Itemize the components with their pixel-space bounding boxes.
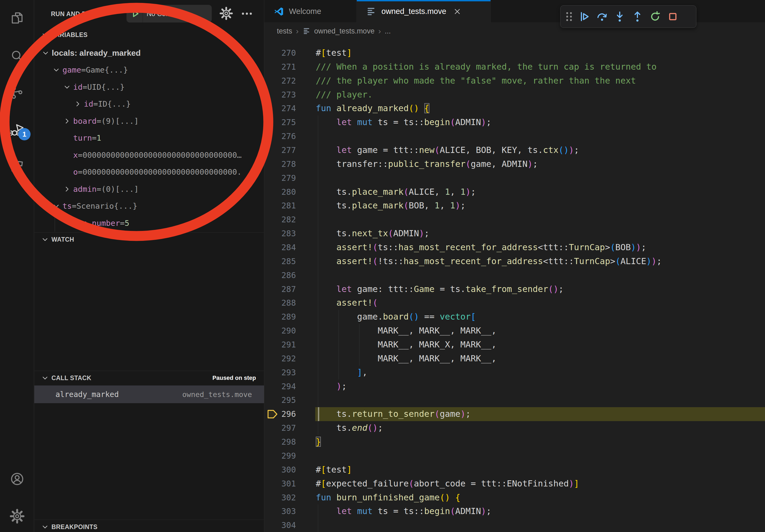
- gutter[interactable]: 298: [264, 435, 305, 449]
- code-text[interactable]: ts.place_mark(BOB, 1, 1);: [305, 199, 765, 213]
- variable-row[interactable]: x = 000000000000000000000000000000000…: [34, 146, 264, 164]
- gutter[interactable]: 291: [264, 338, 305, 352]
- gutter[interactable]: 301: [264, 477, 305, 491]
- variable-row[interactable]: txn_number = 5: [34, 215, 264, 232]
- code-text[interactable]: assert!(ts::has_most_recent_for_address<…: [305, 241, 765, 254]
- variables-section-header[interactable]: VARIABLES: [34, 28, 264, 42]
- breadcrumb-item[interactable]: ...: [384, 27, 391, 35]
- gutter[interactable]: 272: [264, 74, 305, 88]
- gutter[interactable]: 284: [264, 241, 305, 254]
- code-text[interactable]: let mut ts = ts::begin(ADMIN);: [305, 116, 765, 130]
- drag-handle[interactable]: [563, 8, 575, 26]
- gutter[interactable]: 300: [264, 463, 305, 477]
- code-text[interactable]: MARK__, MARK_X, MARK__,: [305, 338, 765, 352]
- gutter[interactable]: 302: [264, 491, 305, 505]
- gutter[interactable]: 290: [264, 324, 305, 338]
- gutter[interactable]: 295: [264, 393, 305, 407]
- gear-icon[interactable]: [219, 6, 233, 20]
- activity-extensions-icon[interactable]: [0, 155, 34, 180]
- gutter[interactable]: 299: [264, 449, 305, 463]
- gutter[interactable]: 304: [264, 518, 305, 532]
- activity-source-control-icon[interactable]: [0, 80, 34, 106]
- code-text[interactable]: let game: ttt::Game = ts.take_from_sende…: [305, 282, 765, 296]
- gutter[interactable]: 287: [264, 282, 305, 296]
- gutter[interactable]: 296: [264, 407, 305, 421]
- activity-run-and-debug-icon[interactable]: 1: [0, 117, 34, 143]
- config-dropdown-label[interactable]: No Configur: [147, 10, 182, 18]
- code-text[interactable]: ts.return_to_sender(game);: [305, 407, 765, 421]
- watch-section-header[interactable]: WATCH: [34, 232, 264, 246]
- step-over-button[interactable]: [593, 8, 611, 26]
- breakpoints-section-header[interactable]: BREAKPOINTS: [34, 520, 264, 532]
- start-debugging-icon[interactable]: [130, 8, 141, 19]
- code-text[interactable]: /// the player who made the "false" move…: [305, 74, 765, 88]
- step-into-button[interactable]: [611, 8, 629, 26]
- code-text[interactable]: /// When a position is already marked, t…: [305, 60, 765, 74]
- close-icon[interactable]: [453, 8, 461, 16]
- call-stack-section-header[interactable]: CALL STACK Paused on step: [34, 371, 264, 385]
- gutter[interactable]: 286: [264, 268, 305, 282]
- code-text[interactable]: );: [305, 380, 765, 394]
- gutter[interactable]: 288: [264, 296, 305, 310]
- variable-row[interactable]: id = ID{...}: [34, 96, 264, 113]
- gutter[interactable]: 279: [264, 171, 305, 185]
- code-text[interactable]: fun already_marked() {: [305, 102, 765, 116]
- gutter[interactable]: 297: [264, 421, 305, 435]
- restart-button[interactable]: [646, 8, 664, 26]
- code-text[interactable]: assert!(: [305, 296, 765, 310]
- variable-row[interactable]: admin = (0)[...]: [34, 180, 264, 198]
- code-text[interactable]: #[expected_failure(abort_code = ttt::ENo…: [305, 477, 765, 491]
- gutter[interactable]: 292: [264, 352, 305, 366]
- gutter[interactable]: 271: [264, 60, 305, 74]
- stop-button[interactable]: [664, 8, 682, 26]
- debug-config-dropdown[interactable]: No Configur: [127, 5, 212, 23]
- gutter[interactable]: 275: [264, 116, 305, 130]
- code-text[interactable]: fun burn_unfinished_game() {: [305, 491, 765, 505]
- continue-button[interactable]: [575, 8, 593, 26]
- gutter[interactable]: 278: [264, 157, 305, 171]
- code-text[interactable]: [305, 130, 765, 143]
- step-out-button[interactable]: [629, 8, 646, 26]
- code-text[interactable]: #[test]: [305, 463, 765, 477]
- gutter[interactable]: 303: [264, 504, 305, 518]
- code-text[interactable]: ts.next_tx(ADMIN);: [305, 227, 765, 241]
- variable-scope-row[interactable]: locals: already_marked: [34, 45, 264, 62]
- code-text[interactable]: }: [305, 435, 765, 449]
- code-text[interactable]: /// player.: [305, 88, 765, 102]
- code-text[interactable]: [305, 171, 765, 185]
- code-text[interactable]: [305, 393, 765, 407]
- code-text[interactable]: #[test]: [305, 46, 765, 60]
- code-text[interactable]: [305, 518, 765, 532]
- variable-row[interactable]: turn = 1: [34, 130, 264, 147]
- breadcrumb-item[interactable]: tests: [277, 27, 292, 35]
- gutter[interactable]: 273: [264, 88, 305, 102]
- gutter[interactable]: 285: [264, 254, 305, 268]
- gutter[interactable]: 270: [264, 46, 305, 60]
- gutter[interactable]: 293: [264, 366, 305, 380]
- activity-settings-gear-icon[interactable]: [0, 503, 34, 529]
- gutter[interactable]: 294: [264, 380, 305, 394]
- gutter[interactable]: 277: [264, 143, 305, 157]
- variable-row[interactable]: board = (9)[...]: [34, 113, 264, 130]
- code-text[interactable]: [305, 213, 765, 227]
- code-text[interactable]: let game = ttt::new(ALICE, BOB, KEY, ts.…: [305, 143, 765, 157]
- variable-row[interactable]: o = 000000000000000000000000000000000.: [34, 164, 264, 181]
- breadcrumb-item[interactable]: owned_tests.move: [314, 27, 375, 35]
- gutter[interactable]: 281: [264, 199, 305, 213]
- variable-row[interactable]: ts = Scenario{...}: [34, 198, 264, 215]
- activity-search-icon[interactable]: [0, 43, 34, 69]
- code-text[interactable]: assert!(!ts::has_most_recent_for_address…: [305, 254, 765, 268]
- code-text[interactable]: ts.place_mark(ALICE, 1, 1);: [305, 185, 765, 199]
- code-text[interactable]: game.board() == vector[: [305, 310, 765, 324]
- gutter[interactable]: 276: [264, 130, 305, 143]
- code-text[interactable]: transfer::public_transfer(game, ADMIN);: [305, 157, 765, 171]
- tab-welcome[interactable]: Welcome: [264, 0, 357, 23]
- code-text[interactable]: let mut ts = ts::begin(ADMIN);: [305, 504, 765, 518]
- gutter[interactable]: 283: [264, 227, 305, 241]
- code-text[interactable]: MARK__, MARK__, MARK__,: [305, 352, 765, 366]
- gutter[interactable]: 282: [264, 213, 305, 227]
- tab-owned-tests-move[interactable]: owned_tests.move: [357, 0, 491, 23]
- code-text[interactable]: ts.end();: [305, 421, 765, 435]
- code-text[interactable]: MARK__, MARK__, MARK__,: [305, 324, 765, 338]
- variable-row[interactable]: id = UID{...}: [34, 79, 264, 96]
